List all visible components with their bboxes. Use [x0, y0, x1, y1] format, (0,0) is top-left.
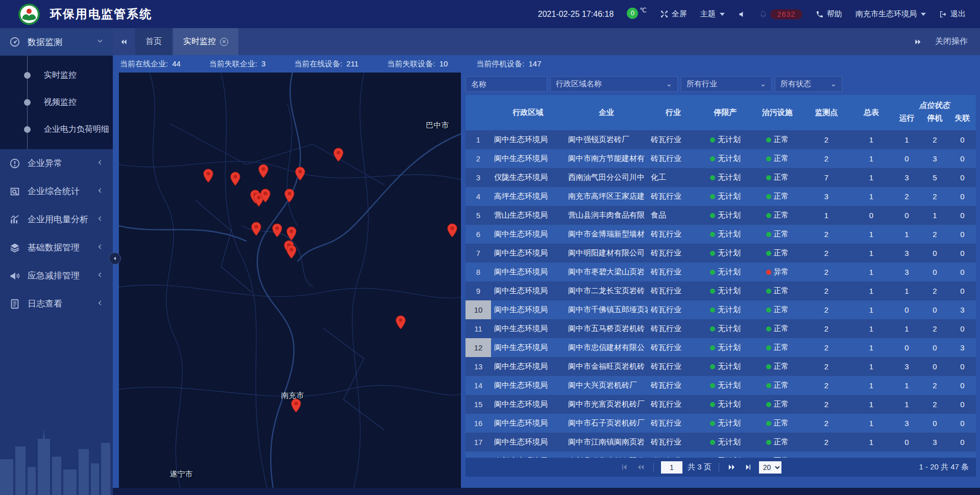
enterprise-panel: 行政区域名称 ⌄ 所有行业 ⌄ 所有状态 ⌄ 行政区域 企业 行业 停限产 治污…	[465, 73, 976, 477]
table-row[interactable]: 6 阆中生态环境局 阆中市金博瑞新型墙材 砖瓦行业 无计划 正常 2 1 1 2…	[465, 225, 976, 244]
table-row[interactable]: 7 阆中生态环境局 阆中明阳建材有限公司 砖瓦行业 无计划 正常 2 1 3 0…	[465, 244, 976, 263]
table-header: 行政区域 企业 行业 停限产 治污设施 监测点 总表 点位状态 运行 停机 失联	[465, 95, 976, 130]
status-filter-select[interactable]: 所有状态 ⌄	[775, 76, 842, 92]
row-lost-count: 0	[949, 357, 976, 376]
status-filter-value: 所有状态	[780, 79, 811, 89]
row-region: 阆中生态环境局	[491, 319, 565, 338]
row-lost-count: 0	[949, 244, 976, 263]
map-pin-icon[interactable]	[272, 223, 283, 238]
row-lost-count: 0	[949, 206, 976, 225]
sidebar-item[interactable]: 基础数据管理	[0, 233, 113, 262]
row-stopped-count: 2	[921, 395, 949, 414]
table-row[interactable]: 15 阆中生态环境局 阆中市光富页岩机砖厂 砖瓦行业 无计划 正常 2 1 1 …	[465, 395, 976, 414]
stat-item: 当前失联企业: 3	[209, 59, 266, 69]
map-pin-icon[interactable]	[396, 315, 406, 329]
map-pin-icon[interactable]	[251, 222, 262, 236]
main-content: 当前在线企业: 44 当前失联企业: 3 当前在线设备: 211 当前失联设备:…	[113, 55, 980, 488]
sidebar-item[interactable]: 企业用电量分析	[0, 205, 113, 233]
notifications[interactable]: 2632	[760, 9, 802, 19]
table-row[interactable]: 4 高坪生态环境局 南充市高坪区王家店建 砖瓦行业 无计划 正常 3 1 2 2…	[465, 187, 976, 206]
page-number-input[interactable]	[661, 461, 682, 474]
row-index: 8	[465, 263, 491, 281]
col-region: 行政区域	[491, 95, 565, 130]
panel-collapse-handle[interactable]	[109, 252, 121, 265]
table-row[interactable]: 2 阆中生态环境局 阆中市南方节能建材有 砖瓦行业 无计划 正常 2 1 0 3…	[465, 149, 976, 168]
row-running-count: 0	[893, 206, 921, 225]
sidebar-item[interactable]: 应急减排管理	[0, 262, 113, 290]
theme-menu[interactable]: 主题	[700, 9, 725, 19]
last-page-button[interactable]	[743, 462, 754, 473]
sidebar-subitem[interactable]: 视频监控	[0, 89, 113, 116]
row-total-meter-count: 1	[850, 225, 893, 244]
page-size-select[interactable]: 20	[759, 461, 781, 474]
sidebar-item[interactable]: 日志查看	[0, 290, 113, 318]
sidebar-subitem[interactable]: 企业电力负荷明细	[0, 116, 113, 143]
sidebar-item[interactable]: 企业异常	[0, 149, 113, 177]
map-pin-icon[interactable]	[258, 164, 269, 178]
table-row[interactable]: 13 阆中生态环境局 阆中市金福旺页岩机砖 砖瓦行业 无计划 正常 2 1 3 …	[465, 357, 976, 376]
double-chevron-left-icon	[120, 38, 128, 46]
double-chevron-right-icon[interactable]	[914, 38, 922, 46]
next-page-button[interactable]	[726, 462, 738, 473]
table-row[interactable]: 16 阆中生态环境局 阆中市石子页岩机砖厂 砖瓦行业 无计划 正常 2 1 3 …	[465, 414, 976, 433]
sidebar-item-data-monitoring[interactable]: 数据监测	[0, 28, 113, 56]
sound-toggle[interactable]	[738, 10, 746, 18]
map-pin-icon[interactable]	[203, 169, 214, 183]
row-stop-status: 无计划	[699, 187, 752, 206]
table-row[interactable]: 9 阆中生态环境局 阆中市二龙长宝页岩砖 砖瓦行业 无计划 正常 2 1 1 2…	[465, 281, 976, 300]
tab-realtime-monitoring[interactable]: 实时监控 ✕	[173, 28, 238, 55]
table-row[interactable]: 17 阆中生态环境局 阆中市江南镇阆南页岩 砖瓦行业 无计划 正常 2 1 0 …	[465, 433, 976, 452]
map-pin-icon[interactable]	[260, 188, 271, 203]
row-facility-status: 正常	[752, 300, 803, 319]
row-total-meter-count: 1	[850, 130, 893, 149]
table-row[interactable]: 12 阆中生态环境局 阆中市忠信建材有限公 砖瓦行业 无计划 正常 2 1 0 …	[465, 338, 976, 357]
tab-close-icon[interactable]: ✕	[220, 38, 228, 46]
table-row[interactable]: 11 阆中生态环境局 阆中市五马桥页岩机砖 砖瓦行业 无计划 正常 2 1 1 …	[465, 319, 976, 338]
sidebar-subitem[interactable]: 实时监控	[0, 62, 113, 89]
table-row[interactable]: 10 阆中生态环境局 阆中市千佛镇五郎垭页岩 砖瓦行业 无计划 正常 2 1 0…	[465, 300, 976, 319]
table-row[interactable]: 1 阆中生态环境局 阆中强锐页岩砖厂 砖瓦行业 无计划 正常 2 1 1 2 0	[465, 130, 976, 149]
row-industry: 砖瓦行业	[648, 338, 699, 357]
map-pin-icon[interactable]	[447, 223, 458, 238]
tab-home[interactable]: 首页	[135, 28, 172, 55]
name-filter-input[interactable]	[465, 76, 547, 92]
table-row[interactable]: 18 南部生态环境局 南部县瑞华建材有限公 砖瓦行业 无计划 正常 2 0 0 …	[465, 452, 976, 458]
close-operations-button[interactable]: 关闭操作	[935, 36, 968, 47]
map-pin-icon[interactable]	[286, 226, 297, 241]
stat-item: 当前在线企业: 44	[120, 59, 181, 69]
map-pin-icon[interactable]	[333, 148, 344, 162]
tabs-scroll-left-button[interactable]	[113, 28, 135, 55]
table-row[interactable]: 5 营山生态环境局 营山县润丰肉食品有限 食品 无计划 正常 1 0 0 1 0	[465, 206, 976, 225]
map[interactable]: 巴中市 南充市 遂宁市	[119, 73, 461, 488]
industry-filter-select[interactable]: 所有行业 ⌄	[681, 76, 772, 92]
row-stopped-count: 2	[921, 376, 949, 395]
logout-icon	[939, 10, 947, 18]
map-pin-icon[interactable]	[286, 245, 297, 259]
row-monitor-count: 2	[803, 376, 850, 395]
row-region: 阆中生态环境局	[491, 357, 565, 376]
row-stop-status: 无计划	[699, 300, 752, 319]
table-row[interactable]: 3 仪陇生态环境局 西南油气田分公司川中 化工 无计划 正常 7 1 3 5 0	[465, 168, 976, 187]
map-pin-icon[interactable]	[291, 398, 302, 413]
map-pin-icon[interactable]	[284, 188, 295, 203]
first-page-button[interactable]	[619, 462, 630, 473]
stat-value: 211	[347, 59, 359, 69]
next-page-icon	[728, 463, 736, 471]
map-pin-icon[interactable]	[230, 172, 241, 186]
status-dot	[766, 326, 771, 332]
fullscreen-button[interactable]: 全屏	[660, 9, 687, 19]
map-pin-icon[interactable]	[295, 167, 306, 181]
row-index: 12	[465, 338, 491, 357]
help-button[interactable]: 帮助	[816, 9, 842, 19]
row-lost-count: 0	[949, 263, 976, 281]
table-row[interactable]: 8 阆中生态环境局 阆中市枣碧大梁山页岩 砖瓦行业 无计划 异常 2 1 3 0…	[465, 263, 976, 281]
prev-page-button[interactable]	[635, 462, 646, 473]
table-row[interactable]: 14 阆中生态环境局 阆中大兴页岩机砖厂 砖瓦行业 无计划 正常 2 1 1 2…	[465, 376, 976, 395]
sidebar-item-label: 数据监测	[28, 36, 62, 48]
col-total: 总表	[850, 95, 893, 130]
logout-button[interactable]: 退出	[939, 9, 966, 19]
org-menu[interactable]: 南充市生态环境局	[855, 9, 926, 19]
region-filter-select[interactable]: 行政区域名称 ⌄	[550, 76, 678, 92]
row-industry: 化工	[648, 168, 699, 187]
sidebar-item[interactable]: 企业综合统计	[0, 177, 113, 205]
